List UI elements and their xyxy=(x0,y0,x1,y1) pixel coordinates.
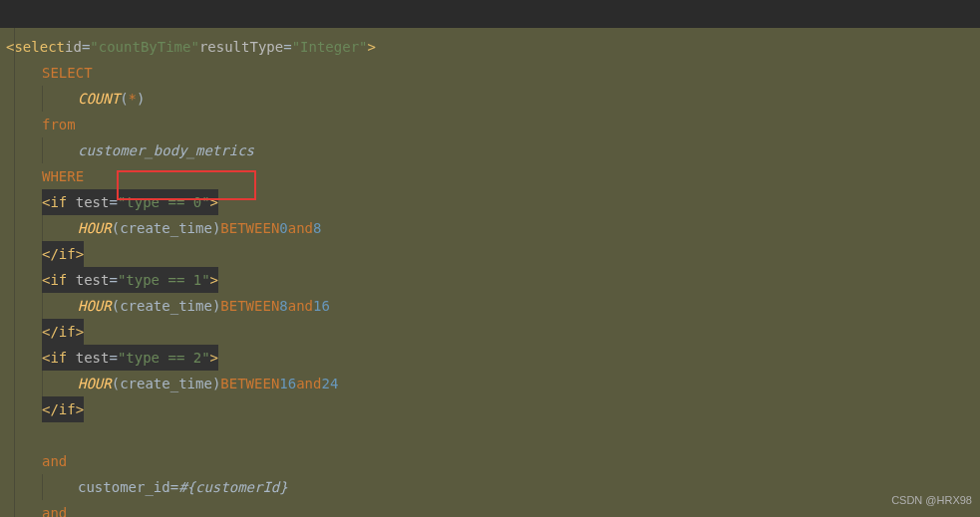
if-tag-open: <if test="type == 2"> xyxy=(42,345,218,371)
code-line: WHERE xyxy=(6,163,980,189)
code-line: HOUR(create_time) BETWEEN 8 and 16 xyxy=(6,293,980,319)
if-tag-open: <if test="type == 1"> xyxy=(42,267,218,293)
code-line: customer_id = #{customerId} xyxy=(6,474,980,500)
code-line: and xyxy=(6,500,980,517)
watermark: CSDN @HRX98 xyxy=(891,487,972,513)
code-line: </if> xyxy=(6,396,980,422)
code-line: HOUR(create_time) BETWEEN 0 and 8 xyxy=(6,215,980,241)
code-line: and xyxy=(6,448,980,474)
code-line: HOUR(create_time) BETWEEN 16 and 24 xyxy=(6,371,980,396)
code-line: </if> xyxy=(6,319,980,345)
code-line: <if test="type == 1"> xyxy=(6,267,980,293)
if-tag-open: <if test="type == 0"> xyxy=(42,189,218,215)
code-line: <select id="countByTime" resultType="Int… xyxy=(6,34,980,60)
if-tag-close: </if> xyxy=(42,396,84,422)
code-line xyxy=(6,422,980,448)
code-line: SELECT xyxy=(6,60,980,86)
code-line: </if> xyxy=(6,241,980,267)
code-line: from xyxy=(6,112,980,137)
code-editor[interactable]: <select id="countByTime" resultType="Int… xyxy=(0,28,980,517)
code-line: customer_body_metrics xyxy=(6,137,980,163)
code-line: <if test="type == 2"> xyxy=(6,345,980,371)
if-tag-close: </if> xyxy=(42,319,84,345)
code-line: <if test="type == 0"> xyxy=(6,189,980,215)
code-line: COUNT(*) xyxy=(6,86,980,112)
editor-top-bar xyxy=(0,0,980,28)
if-tag-close: </if> xyxy=(42,241,84,267)
